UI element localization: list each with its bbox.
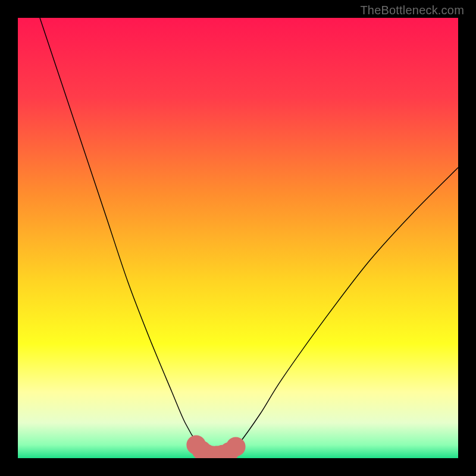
watermark-text: TheBottleneck.com	[360, 4, 464, 17]
plot-area	[18, 18, 458, 458]
chart-frame: TheBottleneck.com	[0, 0, 476, 476]
marker-dot	[226, 437, 246, 456]
optimal-range-markers	[186, 436, 245, 458]
bottleneck-curve	[40, 18, 458, 456]
curve-layer	[18, 18, 458, 458]
